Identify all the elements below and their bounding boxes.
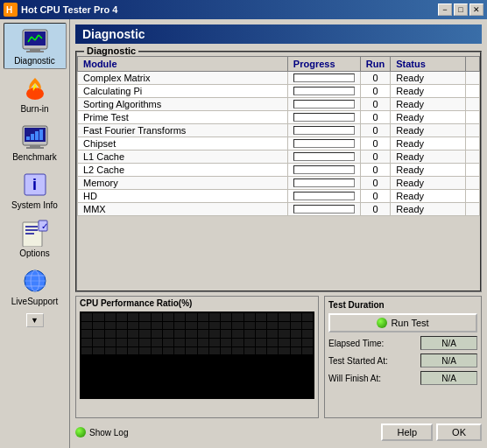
table-row[interactable]: Fast Fourier Transforms 0 Ready — [78, 124, 480, 137]
svg-rect-16 — [31, 134, 34, 140]
chart-cell — [105, 322, 116, 330]
module-name: Memory — [78, 177, 288, 190]
run-test-button[interactable]: Run Test — [328, 313, 477, 332]
elapsed-time-row: Elapsed Time: N/A — [328, 336, 477, 350]
status-cell: Ready — [391, 164, 466, 177]
diagnostic-icon — [21, 26, 49, 54]
module-name: Prime Test — [78, 111, 288, 124]
test-duration-section: Test Duration Run Test Elapsed Time: N/A… — [324, 296, 482, 418]
col-scroll — [466, 57, 480, 72]
progress-cell — [287, 203, 360, 216]
chart-cell — [279, 347, 289, 355]
table-row[interactable]: Prime Test 0 Ready — [78, 111, 480, 124]
progress-bar — [293, 100, 355, 108]
table-row[interactable]: L1 Cache 0 Ready — [78, 150, 480, 164]
close-button[interactable]: ✕ — [469, 4, 483, 16]
chart-cell — [267, 313, 278, 321]
chart-cell — [116, 347, 127, 355]
progress-cell — [287, 124, 360, 137]
progress-cell — [287, 98, 360, 111]
sidebar-item-diagnostic[interactable]: Diagnostic — [4, 23, 67, 69]
progress-cell — [287, 150, 360, 164]
sidebar-item-livesupport[interactable]: LiveSupport — [4, 263, 67, 310]
table-row[interactable]: Sorting Algorithms 0 Ready — [78, 98, 480, 111]
chart-cell — [81, 339, 92, 346]
sidebar-item-benchmark[interactable]: Benchmark — [4, 119, 67, 165]
chart-cell — [139, 347, 150, 355]
finish-at-value: N/A — [420, 371, 477, 385]
sidebar-item-sysinfo[interactable]: i System Info — [4, 167, 67, 214]
sidebar-item-burnin[interactable]: Burn-in — [4, 71, 67, 117]
chart-cell — [93, 313, 103, 321]
chart-cell — [93, 330, 103, 338]
elapsed-time-label: Elapsed Time: — [328, 339, 417, 348]
chart-cell — [186, 339, 196, 346]
show-log-area[interactable]: Show Log — [75, 427, 128, 438]
maximize-button[interactable]: □ — [454, 4, 468, 16]
app-icon: H — [4, 3, 18, 17]
chart-cell — [163, 322, 173, 330]
options-icon: ✓ — [21, 219, 49, 247]
col-run: Run — [360, 57, 390, 72]
module-name: Sorting Algorithms — [78, 98, 288, 111]
module-name: Complex Matrix — [78, 72, 288, 85]
spacer-cell — [466, 111, 480, 124]
show-log-label[interactable]: Show Log — [89, 428, 128, 438]
svg-text:✓: ✓ — [41, 221, 48, 231]
scroll-down-button[interactable]: ▼ — [26, 313, 44, 327]
chart-cell — [152, 313, 162, 321]
chart-cell — [302, 330, 313, 338]
chart-cell — [244, 322, 255, 330]
sidebar-item-options[interactable]: ✓ Options — [4, 215, 67, 262]
chart-cell — [81, 322, 92, 330]
benchmark-icon — [21, 122, 49, 150]
run-cell: 0 — [360, 164, 390, 177]
test-duration-label: Test Duration — [328, 300, 477, 310]
table-row[interactable]: HD 0 Ready — [78, 190, 480, 203]
spacer-cell — [466, 150, 480, 164]
chart-cell — [291, 339, 301, 346]
svg-text:i: i — [32, 176, 37, 193]
run-cell: 0 — [360, 190, 390, 203]
status-cell: Ready — [391, 177, 466, 190]
sidebar-options-label: Options — [19, 248, 49, 258]
run-cell: 0 — [360, 111, 390, 124]
svg-rect-24 — [25, 233, 34, 234]
elapsed-time-value: N/A — [420, 336, 477, 350]
progress-bar — [293, 205, 355, 214]
table-row[interactable]: Chipset 0 Ready — [78, 137, 480, 150]
table-row[interactable]: Complex Matrix 0 Ready — [78, 72, 480, 85]
chart-cell — [209, 322, 220, 330]
progress-cell — [287, 190, 360, 203]
chart-cell — [279, 313, 289, 321]
chart-cell — [198, 322, 208, 330]
help-button[interactable]: Help — [381, 424, 433, 441]
status-cell: Ready — [391, 203, 466, 216]
spacer-cell — [466, 72, 480, 85]
chart-cell — [116, 322, 127, 330]
chart-cell — [139, 322, 150, 330]
chart-cell — [152, 322, 162, 330]
table-row[interactable]: MMX 0 Ready — [78, 203, 480, 216]
spacer-cell — [466, 85, 480, 98]
cpu-chart — [80, 312, 314, 399]
run-cell: 0 — [360, 72, 390, 85]
status-cell: Ready — [391, 98, 466, 111]
ok-button[interactable]: OK — [436, 424, 482, 441]
chart-cell — [174, 322, 185, 330]
run-cell: 0 — [360, 203, 390, 216]
chart-cell — [105, 330, 116, 338]
table-row[interactable]: Calculating Pi 0 Ready — [78, 85, 480, 98]
svg-point-10 — [26, 88, 44, 100]
table-row[interactable]: Memory 0 Ready — [78, 177, 480, 190]
chart-cell — [116, 313, 127, 321]
sidebar-burnin-label: Burn-in — [20, 104, 48, 114]
minimize-button[interactable]: − — [438, 4, 452, 16]
table-wrapper[interactable]: Module Progress Run Status Complex Matri… — [77, 56, 480, 290]
module-name: MMX — [78, 203, 288, 216]
sidebar-scroll-down[interactable]: ▼ — [4, 313, 67, 327]
chart-cell — [186, 347, 196, 355]
chart-cell — [174, 313, 185, 321]
cpu-perf-label: CPU Performance Ratio(%) — [76, 297, 318, 310]
table-row[interactable]: L2 Cache 0 Ready — [78, 164, 480, 177]
